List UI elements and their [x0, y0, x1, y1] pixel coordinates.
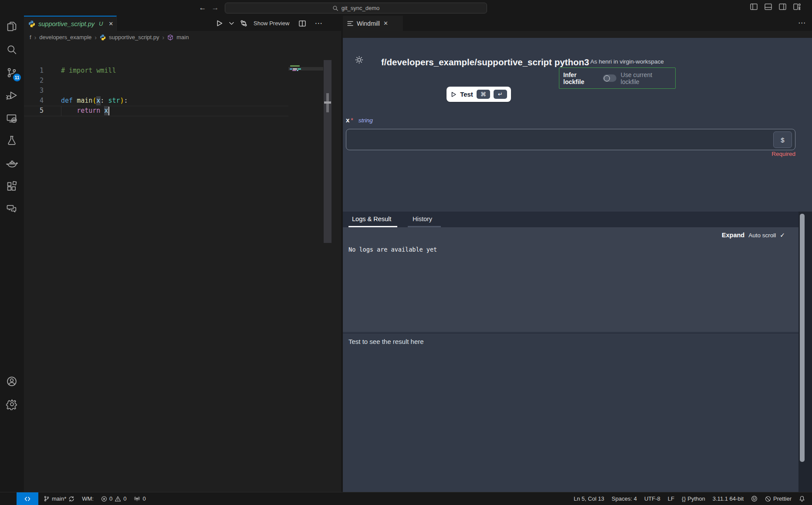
script-path-title: f/developers_example/supportive_script p… [381, 57, 589, 67]
toggle-secondary-sidebar-icon[interactable] [779, 3, 786, 10]
tab-windmill[interactable]: Windmill ✕ [343, 16, 403, 31]
testing-icon[interactable] [5, 134, 19, 148]
code-token: : [124, 97, 128, 104]
required-message: Required [758, 151, 795, 157]
code-token: str [108, 97, 120, 104]
tab-untracked-badge: U [99, 20, 103, 27]
indentation: Spaces: 4 [612, 495, 637, 502]
remote-indicator[interactable] [17, 492, 38, 505]
branch-name: main* [52, 495, 66, 502]
global-search-icon[interactable] [5, 43, 19, 57]
settings-gear-icon[interactable] [5, 397, 19, 411]
nav-forward-icon[interactable]: → [210, 3, 220, 13]
explorer-icon[interactable] [5, 20, 19, 34]
arg-input-wrapper: $ [346, 129, 795, 150]
tab-logs-result[interactable]: Logs & Result [352, 215, 391, 222]
language-mode-item[interactable]: {;} Python [682, 495, 705, 502]
argument-label-row: x * string [346, 116, 373, 124]
tab-history[interactable]: History [413, 215, 432, 222]
code-editor[interactable]: 1 2 3 4 5 # import wmill def main(x: str… [24, 44, 341, 492]
show-preview-button[interactable]: Show Preview [254, 20, 289, 27]
scrollbar-thumb[interactable] [800, 214, 805, 462]
eol-item[interactable]: LF [668, 495, 674, 502]
dollar-variable-button[interactable]: $ [773, 131, 792, 148]
chevron-right-icon: › [162, 34, 165, 41]
code-token: x [104, 107, 108, 114]
cursor-position-item[interactable]: Ln 5, Col 13 [574, 495, 604, 502]
warning-count: 0 [123, 495, 126, 502]
editor-scrollbar[interactable] [324, 60, 332, 243]
encoding-item[interactable]: UTF-8 [644, 495, 660, 502]
theme-toggle-sun-icon[interactable] [355, 56, 363, 64]
breadcrumb-folder[interactable]: developers_example [39, 34, 91, 40]
error-count: 0 [109, 495, 112, 502]
run-debug-icon[interactable] [5, 88, 19, 102]
infer-lockfile-label: Infer lockfile [563, 71, 599, 85]
chevron-right-icon: › [95, 34, 97, 41]
broadcast-icon [134, 496, 140, 502]
source-control-icon[interactable]: 11 [5, 66, 19, 80]
windmill-panel: Windmill ✕ ⋯ f/developers_example/suppor… [343, 16, 812, 492]
arg-type: string [359, 117, 373, 124]
code-token: main [77, 97, 92, 104]
customize-layout-icon[interactable] [793, 3, 801, 10]
bell-icon [799, 495, 805, 502]
expand-button[interactable]: Expand [722, 232, 744, 239]
result-pane: Test to see the result here [343, 333, 812, 492]
smiley-icon [751, 495, 758, 502]
toggle-knob [604, 75, 610, 81]
run-python-file-icon[interactable] [216, 20, 223, 27]
toggle-sidebar-icon[interactable] [750, 3, 758, 10]
nav-back-icon[interactable]: ← [197, 3, 208, 13]
ports-item[interactable]: 0 [134, 495, 145, 502]
search-icon [332, 5, 338, 11]
panel-more-actions-icon[interactable]: ⋯ [798, 18, 806, 27]
activity-bar: 11 [0, 16, 24, 492]
python-interpreter-item[interactable]: 3.11.1 64-bit [713, 495, 744, 502]
lockfile-options-box: Infer lockfile Use current lockfile [559, 67, 676, 89]
open-changes-icon[interactable] [240, 20, 247, 27]
breadcrumb-file[interactable]: supportive_script.py [109, 34, 159, 40]
logs-pane: Expand Auto scroll ✓ No logs are availab… [343, 227, 812, 332]
accounts-icon[interactable] [5, 374, 19, 388]
split-editor-icon[interactable] [299, 20, 306, 27]
indentation-item[interactable]: Spaces: 4 [612, 495, 637, 502]
cmd-key-icon: ⌘ [477, 90, 490, 99]
docker-icon[interactable] [5, 157, 19, 171]
problems-item[interactable]: 0 0 [101, 495, 126, 502]
prettier-item[interactable]: Prettier [765, 495, 792, 502]
remote-explorer-icon[interactable] [5, 111, 19, 125]
test-button[interactable]: Test ⌘ ↵ [447, 87, 511, 102]
search-text: git_sync_demo [342, 5, 379, 11]
breadcrumb[interactable]: f › developers_example › supportive_scri… [30, 31, 189, 44]
tab-supportive-script[interactable]: supportive_script.py U ✕ [24, 16, 117, 31]
python-file-icon [28, 20, 35, 27]
scm-badge: 11 [13, 74, 21, 81]
lockfile-toggle[interactable] [603, 74, 616, 82]
logs-empty-message: No logs are available yet [348, 246, 437, 253]
enter-key-icon: ↵ [494, 90, 507, 99]
git-branch-item[interactable]: main* [44, 495, 74, 502]
run-dropdown-chevron-icon[interactable] [229, 22, 234, 25]
arg-x-input[interactable] [351, 133, 771, 147]
tab-close-icon[interactable]: ✕ [383, 20, 388, 27]
code-token: # import wmill [61, 67, 116, 74]
extensions-icon[interactable] [5, 179, 19, 193]
feedback-item[interactable] [751, 495, 758, 502]
notifications-item[interactable] [799, 495, 805, 502]
breadcrumb-symbol[interactable]: main [176, 34, 189, 40]
editor-more-actions-icon[interactable]: ⋯ [315, 19, 322, 28]
sync-icon [68, 496, 74, 502]
comments-icon[interactable] [5, 202, 19, 216]
autoscroll-label[interactable]: Auto scroll [748, 232, 776, 239]
logs-result-tab-bar: Logs & Result History [343, 212, 812, 227]
play-icon [450, 91, 457, 98]
command-center-search[interactable]: git_sync_demo [225, 3, 487, 13]
webview-scrollbar[interactable] [798, 212, 812, 505]
use-current-lockfile-label: Use current lockfile [621, 71, 671, 85]
wm-status-item[interactable]: WM: [82, 495, 94, 502]
breadcrumb-root[interactable]: f [30, 34, 31, 40]
tab-close-icon[interactable]: ✕ [108, 20, 113, 27]
toggle-panel-icon[interactable] [765, 3, 772, 10]
editor-tab-bar: supportive_script.py U ✕ Show Preview [24, 16, 341, 31]
